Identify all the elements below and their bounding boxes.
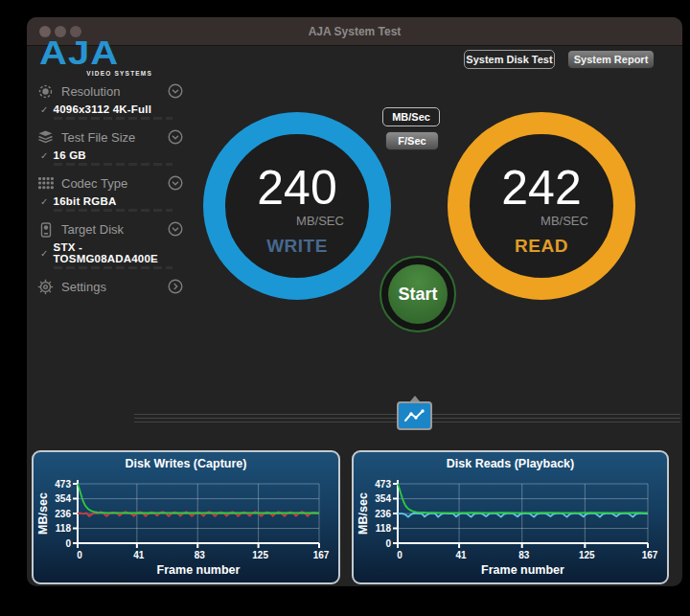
target-disk-selected-value[interactable]: ✓ STX - TOSMG08ADA400E <box>40 241 183 264</box>
svg-text:0: 0 <box>65 538 71 549</box>
dimmed-option-hint <box>54 117 172 120</box>
svg-text:0: 0 <box>77 550 82 560</box>
app-window: AJA System Test AJA VIDEO SYSTEMS System… <box>27 17 682 586</box>
grid-icon <box>37 175 54 192</box>
sidebar: Resolution ✓ 4096x3112 4K-Full Test File… <box>37 81 183 297</box>
write-speed-unit: MB/SEC <box>296 214 344 228</box>
write-speed-gauge: 240 MB/SEC WRITE <box>203 112 391 300</box>
svg-text:118: 118 <box>376 523 392 534</box>
read-speed-gauge: 242 MB/SEC READ <box>448 112 635 300</box>
svg-text:354: 354 <box>375 493 391 504</box>
disk-writes-chart-svg: 011823635447304183125167MB/secFrame numb… <box>34 452 338 582</box>
aja-logo-text: AJA <box>39 38 152 67</box>
line-chart-icon <box>402 408 426 424</box>
svg-text:41: 41 <box>133 550 145 560</box>
disk-writes-chart-panel: Disk Writes (Capture) 011823635447304183… <box>32 450 340 584</box>
sidebar-item-label: Target Disk <box>61 222 124 237</box>
svg-text:0: 0 <box>385 538 391 549</box>
read-speed-unit: MB/SEC <box>540 214 588 228</box>
svg-text:MB/sec: MB/sec <box>356 492 370 535</box>
svg-text:236: 236 <box>55 509 71 519</box>
test-file-size-value-text: 16 GB <box>54 149 86 161</box>
svg-text:473: 473 <box>55 479 71 490</box>
svg-text:118: 118 <box>56 523 72 534</box>
dimmed-option-hint <box>54 266 172 269</box>
resolution-selected-value[interactable]: ✓ 4096x3112 4K-Full <box>40 103 183 115</box>
target-disk-value-text: STX - TOSMG08ADA400E <box>54 241 183 264</box>
check-icon: ✓ <box>40 150 49 161</box>
system-disk-test-button[interactable]: System Disk Test <box>464 50 555 69</box>
sidebar-item-target-disk[interactable]: Target Disk <box>37 219 183 240</box>
check-icon: ✓ <box>40 248 49 259</box>
svg-text:Frame number: Frame number <box>157 563 241 577</box>
mbsec-unit-button[interactable]: MB/Sec <box>382 107 440 126</box>
start-button[interactable]: Start <box>380 256 456 332</box>
chevron-down-icon[interactable] <box>168 175 183 194</box>
read-speed-value: 242 <box>501 163 581 213</box>
read-gauge-label: READ <box>515 236 568 257</box>
chart-toggle-button[interactable] <box>397 401 432 430</box>
splitter-arrow-icon <box>410 396 420 401</box>
codec-type-value-text: 16bit RGBA <box>54 195 117 207</box>
chip-icon <box>37 83 54 100</box>
dimmed-option-hint <box>54 163 172 166</box>
chevron-right-icon[interactable] <box>168 279 183 297</box>
svg-text:0: 0 <box>397 550 402 560</box>
chevron-down-icon[interactable] <box>168 129 183 148</box>
svg-text:MB/sec: MB/sec <box>36 492 50 535</box>
layers-icon <box>37 129 54 146</box>
sidebar-item-codec-type[interactable]: Codec Type <box>37 173 183 194</box>
write-gauge-label: WRITE <box>266 236 328 257</box>
svg-text:83: 83 <box>195 550 206 560</box>
sidebar-item-test-file-size[interactable]: Test File Size <box>37 127 183 148</box>
svg-text:Frame number: Frame number <box>481 563 564 577</box>
disk-reads-chart-panel: Disk Reads (Playback) 011823635447304183… <box>352 450 669 584</box>
gear-icon <box>37 279 54 295</box>
sidebar-item-label: Test File Size <box>61 130 135 145</box>
svg-text:125: 125 <box>579 550 595 560</box>
svg-text:354: 354 <box>55 493 71 504</box>
resolution-value-text: 4096x3112 4K-Full <box>54 103 152 115</box>
chevron-down-icon[interactable] <box>168 221 183 240</box>
system-report-button[interactable]: System Report <box>567 50 655 69</box>
chevron-down-icon[interactable] <box>168 83 183 102</box>
sidebar-item-settings[interactable]: Settings <box>37 277 183 297</box>
sidebar-item-resolution[interactable]: Resolution <box>37 81 183 102</box>
check-icon: ✓ <box>40 104 49 115</box>
svg-text:125: 125 <box>252 550 268 560</box>
codec-type-selected-value[interactable]: ✓ 16bit RGBA <box>40 195 183 207</box>
test-file-size-selected-value[interactable]: ✓ 16 GB <box>40 149 183 161</box>
aja-logo: AJA VIDEO SYSTEMS <box>39 36 152 77</box>
dimmed-option-hint <box>54 209 172 212</box>
svg-text:473: 473 <box>375 479 391 490</box>
svg-text:167: 167 <box>642 550 658 560</box>
svg-text:167: 167 <box>313 550 330 560</box>
check-icon: ✓ <box>40 196 49 207</box>
disk-reads-chart-svg: 011823635447304183125167MB/secFrame numb… <box>354 452 667 582</box>
disk-icon <box>37 221 54 238</box>
sidebar-item-label: Resolution <box>61 84 120 99</box>
sidebar-item-label: Codec Type <box>61 176 127 191</box>
sidebar-item-label: Settings <box>61 280 106 294</box>
svg-text:83: 83 <box>518 550 530 560</box>
svg-text:41: 41 <box>456 550 468 560</box>
start-button-label[interactable]: Start <box>388 264 448 324</box>
fsec-unit-button[interactable]: F/Sec <box>385 131 439 150</box>
svg-text:236: 236 <box>375 509 391 519</box>
write-speed-value: 240 <box>257 163 336 213</box>
